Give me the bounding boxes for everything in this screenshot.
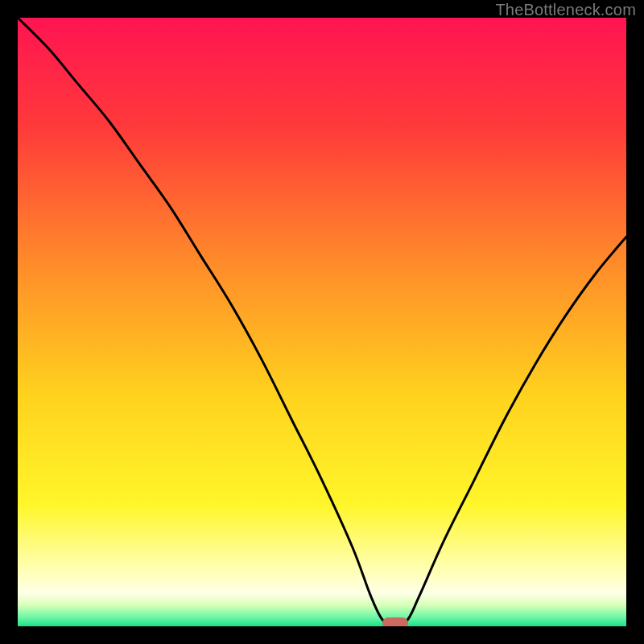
optimal-marker [382,617,408,626]
chart-container: TheBottleneck.com [0,0,644,644]
bottleneck-curve [18,18,626,626]
watermark-text: TheBottleneck.com [495,1,636,19]
plot-area [18,18,626,626]
